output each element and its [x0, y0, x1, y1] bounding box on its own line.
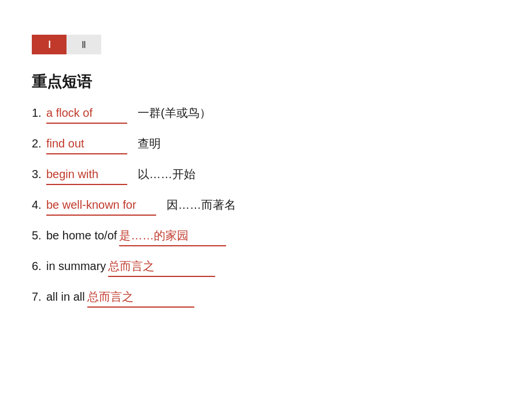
phrase-blank-4: be well-known for — [46, 195, 156, 216]
phrase-blank-text-5: 是……的家园 — [119, 226, 226, 246]
phrase-prefix-5: be home to/of — [46, 226, 117, 245]
phrase-blank-6: 总而言之 — [108, 257, 215, 277]
phrase-blank-text-6: 总而言之 — [108, 257, 215, 277]
phrase-blank-7: 总而言之 — [87, 287, 194, 308]
phrase-blank-5: 是……的家园 — [119, 226, 226, 246]
tab-1-label: Ⅰ — [48, 39, 51, 50]
tab-1[interactable]: Ⅰ — [32, 35, 66, 54]
phrase-number-3: 3. — [32, 165, 46, 183]
phrase-number-6: 6. — [32, 257, 46, 275]
phrase-blank-2: find out — [46, 134, 127, 154]
phrase-prefix-7: all in all — [46, 287, 85, 306]
phrase-chinese-3: 以……开始 — [138, 165, 195, 183]
phrase-blank-text-7: 总而言之 — [87, 287, 194, 308]
phrase-chinese-1: 一群(羊或鸟） — [138, 104, 211, 122]
phrase-chinese-4: 因……而著名 — [167, 195, 236, 214]
content-area: 1. a flock of 一群(羊或鸟） 2. find out 查明 3. … — [0, 104, 532, 308]
phrase-item-3: 3. begin with 以……开始 — [32, 165, 500, 185]
phrase-item-1: 1. a flock of 一群(羊或鸟） — [32, 104, 500, 124]
phrase-blank-text-1: a flock of — [46, 104, 127, 124]
phrase-blank-1: a flock of — [46, 104, 127, 124]
phrase-blank-text-3: begin with — [46, 165, 127, 185]
tab-2-label: Ⅱ — [82, 39, 86, 50]
phrase-item-4: 4. be well-known for 因……而著名 — [32, 195, 500, 216]
phrase-number-4: 4. — [32, 195, 46, 214]
tabs-container: Ⅰ Ⅱ — [0, 0, 532, 54]
phrase-item-7: 7. all in all 总而言之 — [32, 287, 500, 308]
phrase-number-1: 1. — [32, 104, 46, 122]
phrase-number-7: 7. — [32, 287, 46, 306]
phrase-blank-text-4: be well-known for — [46, 195, 156, 216]
phrase-blank-3: begin with — [46, 165, 127, 185]
phrase-item-2: 2. find out 查明 — [32, 134, 500, 154]
phrase-number-5: 5. — [32, 226, 46, 245]
phrase-prefix-6: in summary — [46, 257, 106, 275]
tab-2[interactable]: Ⅱ — [66, 35, 101, 54]
phrase-blank-text-2: find out — [46, 134, 127, 154]
phrase-chinese-2: 查明 — [138, 134, 161, 153]
phrase-item-5: 5. be home to/of 是……的家园 — [32, 226, 500, 246]
phrase-item-6: 6. in summary 总而言之 — [32, 257, 500, 277]
phrase-number-2: 2. — [32, 134, 46, 153]
section-title: 重点短语 — [0, 54, 532, 104]
